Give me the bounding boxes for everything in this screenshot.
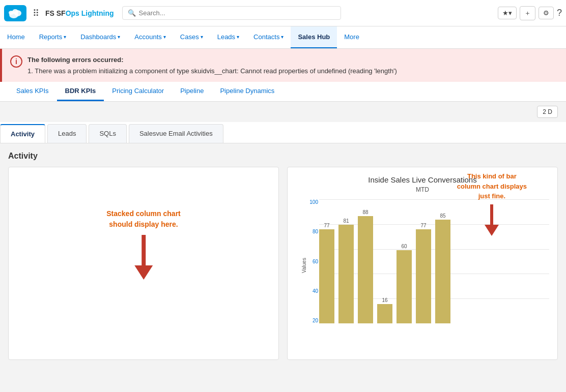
bar-3: [358, 216, 373, 323]
nav-item-accounts[interactable]: Accounts ▾: [127, 26, 173, 49]
bar-group-3: 88: [358, 209, 373, 323]
nav-item-more[interactable]: More: [337, 26, 366, 49]
bar-value-2: 81: [343, 218, 349, 224]
add-button[interactable]: ＋: [520, 6, 535, 20]
app-grid-button[interactable]: ⠿: [31, 6, 41, 21]
bar-value-5: 60: [401, 244, 407, 249]
app-name: FS SFOps Lightning: [45, 9, 114, 17]
inner-tabs: Activity Leads SQLs Salesvue Email Activ…: [0, 122, 566, 143]
bar-value-4: 16: [382, 297, 387, 303]
inner-tab-salesvue[interactable]: Salesvue Email Activities: [129, 124, 223, 143]
y-label-40: 40: [313, 288, 318, 294]
bar-1: [319, 229, 334, 323]
left-arrow: [106, 235, 181, 280]
nav-label-leads: Leads: [217, 33, 235, 41]
right-chart-container: This kind of barcolumn chart displaysjus…: [287, 167, 558, 360]
svg-point-3: [12, 9, 18, 14]
inner-tab-activity[interactable]: Activity: [0, 124, 45, 143]
content-area: 2 D Activity Leads SQLs Salesvue Email A…: [0, 102, 566, 368]
search-icon: 🔍: [128, 9, 136, 17]
nav-item-dashboards[interactable]: Dashboards ▾: [73, 26, 127, 49]
date-filter-button[interactable]: 2 D: [537, 106, 558, 118]
tab-pipeline[interactable]: Pipeline: [172, 82, 212, 101]
search-bar: 🔍: [122, 6, 341, 20]
nav-item-home[interactable]: Home: [0, 26, 32, 49]
nav-label-sales-hub: Sales Hub: [298, 33, 330, 41]
error-text: The following errors occurred: 1. There …: [27, 55, 397, 76]
top-nav: ⠿ FS SFOps Lightning 🔍 ★▾ ＋ ⚙ ?: [0, 0, 566, 26]
setup-button[interactable]: ⚙: [539, 7, 554, 19]
charts-row: Stacked column chartshould display here.…: [8, 167, 558, 360]
left-chart-annotation: Stacked column chartshould display here.: [106, 208, 181, 230]
chevron-down-icon: ▾: [64, 34, 66, 40]
bar-value-7: 85: [440, 213, 445, 219]
nav-label-more: More: [344, 33, 359, 41]
error-title: The following errors occurred:: [27, 55, 397, 65]
chevron-down-icon: ▾: [281, 34, 284, 40]
y-label-80: 80: [313, 229, 318, 234]
bar-2: [338, 225, 354, 323]
nav-item-leads[interactable]: Leads ▾: [210, 26, 246, 49]
bar-5: [397, 250, 412, 323]
error-banner: i The following errors occurred: 1. Ther…: [0, 49, 566, 82]
bar-value-1: 77: [324, 223, 329, 228]
favorites-button[interactable]: ★▾: [498, 7, 517, 19]
bar-group-4: 16: [377, 297, 392, 323]
bar-group-5: 60: [397, 244, 412, 323]
nav-item-reports[interactable]: Reports ▾: [32, 26, 74, 49]
y-axis: 100 80 60 40 20: [304, 199, 318, 323]
search-input[interactable]: [139, 9, 335, 17]
nav-label-dashboards: Dashboards: [80, 33, 116, 41]
top-actions: ★▾ ＋ ⚙ ?: [498, 6, 562, 20]
bar-group-1: 77: [319, 223, 334, 323]
chevron-down-icon: ▾: [163, 34, 166, 40]
error-icon: i: [10, 55, 22, 68]
bar-group-6: 77: [416, 223, 431, 323]
logo-area: ⠿ FS SFOps Lightning: [4, 5, 114, 21]
bar-7: [435, 220, 450, 323]
left-chart-container: Stacked column chartshould display here.: [8, 167, 279, 360]
tab-pipeline-dynamics[interactable]: Pipeline Dynamics: [212, 82, 282, 101]
inner-tab-leads[interactable]: Leads: [47, 124, 87, 143]
y-label-20: 20: [313, 318, 318, 323]
bar-group-7: 85: [435, 213, 450, 323]
bar-value-3: 88: [362, 209, 368, 215]
salesforce-logo: [4, 5, 26, 21]
nav-label-home: Home: [7, 33, 25, 41]
chevron-down-icon: ▾: [237, 34, 239, 40]
nav-item-sales-hub[interactable]: Sales Hub: [291, 26, 337, 49]
chevron-down-icon: ▾: [118, 34, 120, 40]
y-label-100: 100: [309, 199, 318, 205]
page-tabs: Sales KPIs BDR KPIs Pricing Calculator P…: [0, 82, 566, 102]
y-label-60: 60: [313, 259, 318, 264]
inner-tab-sqls[interactable]: SQLs: [89, 124, 127, 143]
error-message: 1. There was a problem initializing a co…: [27, 67, 397, 75]
nav-label-reports: Reports: [39, 33, 63, 41]
bar-value-6: 77: [420, 223, 426, 228]
tab-sales-kpis[interactable]: Sales KPIs: [8, 82, 57, 101]
nav-item-contacts[interactable]: Contacts ▾: [246, 26, 291, 49]
help-button[interactable]: ?: [557, 8, 562, 18]
sub-header: 2 D: [0, 102, 566, 122]
right-chart-annotation: This kind of barcolumn chart displaysjus…: [457, 171, 527, 236]
nav-label-accounts: Accounts: [134, 33, 161, 41]
bar-4: [377, 304, 392, 323]
tab-bdr-kpis[interactable]: BDR KPIs: [57, 82, 104, 101]
nav-label-cases: Cases: [180, 33, 199, 41]
nav-label-contacts: Contacts: [253, 33, 279, 41]
section-title-activity: Activity: [8, 152, 558, 161]
nav-item-cases[interactable]: Cases ▾: [173, 26, 210, 49]
bar-group-2: 81: [338, 218, 354, 323]
primary-nav: Home Reports ▾ Dashboards ▾ Accounts ▾ C…: [0, 26, 566, 49]
chevron-down-icon: ▾: [201, 34, 203, 40]
tab-pricing-calculator[interactable]: Pricing Calculator: [104, 82, 172, 101]
bar-6: [416, 229, 431, 323]
charts-section: Activity Stacked column chartshould disp…: [0, 143, 566, 368]
